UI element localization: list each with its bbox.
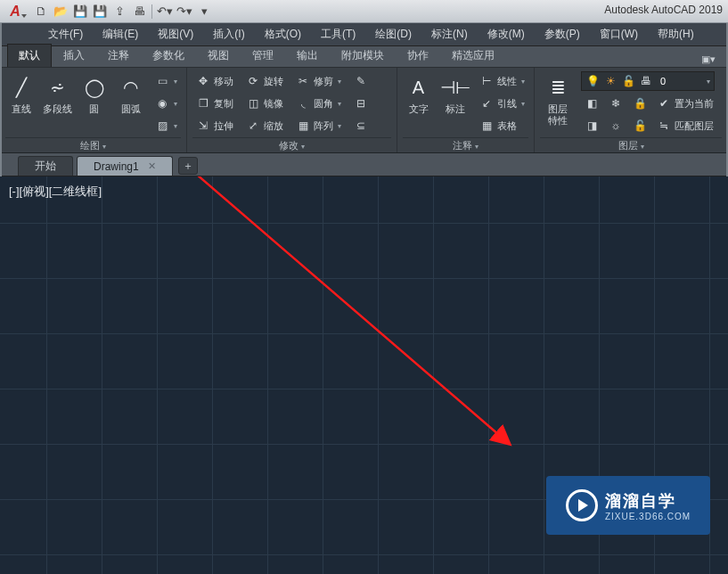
layer-off-icon: ◨ (585, 119, 599, 133)
qat-new-icon[interactable]: 🗋 (32, 3, 50, 20)
ribbon-tab-output[interactable]: 输出 (285, 44, 330, 67)
explode-icon: ⊟ (354, 96, 368, 111)
close-tab-icon[interactable]: ✕ (148, 160, 156, 172)
ellipse-button[interactable]: ◉▾ (151, 94, 181, 113)
line-button[interactable]: ╱ 直线 (5, 71, 37, 115)
menu-tools[interactable]: 工具(T) (312, 23, 364, 45)
add-tab-button[interactable]: ＋ (178, 157, 198, 175)
set-current-button[interactable]: ✔置为当前 (653, 94, 717, 113)
array-label: 阵列 (314, 119, 333, 133)
layer-iso-button[interactable]: ◧ (581, 94, 602, 113)
fillet-button[interactable]: ◟圆角▾ (292, 94, 345, 113)
match-layer-button[interactable]: ≒匹配图层 (653, 116, 717, 135)
menu-window[interactable]: 窗口(W) (591, 23, 647, 45)
menu-file[interactable]: 文件(F) (39, 23, 92, 45)
move-button[interactable]: ✥移动 (192, 71, 237, 91)
polyline-button[interactable]: ⩫ 多段线 (42, 71, 73, 115)
panel-layers-title[interactable]: 图层 (540, 137, 722, 152)
menu-parametric[interactable]: 参数(P) (536, 23, 589, 45)
menu-edit[interactable]: 编辑(E) (94, 23, 147, 45)
rect-icon: ▭ (155, 74, 169, 88)
arc-button[interactable]: ◠ 圆弧 (115, 71, 146, 115)
rect-button[interactable]: ▭▾ (151, 71, 181, 91)
qat-cloud-icon[interactable]: ⇪ (110, 3, 128, 20)
text-button[interactable]: A 文字 (403, 71, 434, 115)
doc-tab-drawing1-label: Drawing1 (94, 160, 139, 173)
quick-access-toolbar: 🗋 📂 💾 💾 ⇪ 🖶 ↶▾ ↷▾ ▾ (32, 3, 213, 20)
qat-redo-icon[interactable]: ↷▾ (176, 3, 193, 20)
circle-button[interactable]: ◯ 圆 (78, 71, 110, 115)
hatch-button[interactable]: ▨▾ (151, 116, 181, 135)
offset-icon: ⊆ (354, 119, 368, 133)
hatch-icon: ▨ (155, 119, 169, 133)
stretch-button[interactable]: ⇲拉伸 (192, 116, 237, 135)
trim-label: 修剪 (314, 75, 333, 88)
offset-button[interactable]: ⊆ (350, 116, 372, 135)
table-button[interactable]: ▦表格 (476, 116, 528, 135)
dimension-button[interactable]: ⊣⊢ 标注 (439, 71, 470, 115)
ribbon-tab-featured[interactable]: 精选应用 (440, 44, 506, 67)
menu-view[interactable]: 视图(V) (149, 23, 202, 45)
doc-tab-start[interactable]: 开始 (18, 156, 73, 176)
titlebar: A 🗋 📂 💾 💾 ⇪ 🖶 ↶▾ ↷▾ ▾ Autodesk AutoCAD 2… (0, 0, 728, 23)
qat-saveas-icon[interactable]: 💾 (91, 3, 109, 20)
layer-freeze-button[interactable]: ❄ (605, 94, 626, 113)
qat-open-icon[interactable]: 📂 (52, 3, 70, 20)
explode-button[interactable]: ⊟ (350, 94, 372, 113)
ribbon-tab-parametric[interactable]: 参数化 (141, 44, 196, 67)
panel-modify-title[interactable]: 修改 (192, 137, 391, 152)
panel-draw-title[interactable]: 绘图 (5, 137, 181, 152)
layer-lock-icon: 🔒 (633, 96, 647, 111)
ribbon-tab-addins[interactable]: 附加模块 (330, 44, 396, 67)
ribbon-tab-insert[interactable]: 插入 (52, 44, 96, 67)
leader-button[interactable]: ↙引线▾ (476, 94, 528, 113)
menu-format[interactable]: 格式(O) (256, 23, 310, 45)
ribbon-tab-default[interactable]: 默认 (7, 44, 52, 67)
erase-button[interactable]: ✎ (350, 71, 372, 91)
svg-line-0 (23, 176, 499, 435)
panel-draw: ╱ 直线 ⩫ 多段线 ◯ 圆 ◠ 圆弧 ▭▾ ◉▾ ▨▾ 绘图 (0, 68, 187, 152)
lock-icon: 🔓 (621, 74, 635, 88)
play-icon (566, 489, 598, 521)
drawing-canvas[interactable]: [-][俯视][二维线框] 溜溜自学 ZIXUE.3D66.COM (0, 176, 728, 574)
qat-save-icon[interactable]: 💾 (71, 3, 89, 20)
layer-properties-button[interactable]: ≣ 图层 特性 (540, 71, 576, 127)
ribbon-collapse-button[interactable]: ▣▾ (696, 52, 721, 67)
qat-undo-icon[interactable]: ↶▾ (156, 3, 174, 20)
menu-help[interactable]: 帮助(H) (649, 23, 703, 45)
linear-button[interactable]: ⊢线性▾ (476, 71, 528, 91)
ribbon-tab-annotate[interactable]: 注释 (96, 44, 141, 67)
erase-icon: ✎ (354, 74, 368, 88)
ribbon-tab-manage[interactable]: 管理 (241, 44, 285, 67)
menu-modify[interactable]: 修改(M) (479, 23, 534, 45)
layer-freeze-icon: ❄ (609, 96, 623, 111)
menu-dimension[interactable]: 标注(N) (422, 23, 477, 45)
layer-unlock-icon: 🔓 (633, 119, 647, 133)
menu-draw[interactable]: 绘图(D) (366, 23, 421, 45)
fillet-label: 圆角 (314, 97, 333, 111)
layer-selector[interactable]: 💡 ☀ 🔓 🖶 0 ▾ (581, 71, 715, 91)
ribbon-tab-view[interactable]: 视图 (196, 44, 241, 67)
copy-button[interactable]: ❐复制 (192, 94, 237, 113)
menu-insert[interactable]: 插入(I) (204, 23, 253, 45)
ribbon-tab-collab[interactable]: 协作 (396, 44, 440, 67)
mirror-button[interactable]: ◫镜像 (242, 94, 287, 113)
layer-unlock-button[interactable]: 🔓 (629, 116, 650, 135)
layer-thaw-button[interactable]: ☼ (605, 116, 626, 135)
rotate-button[interactable]: ⟳旋转 (242, 71, 287, 91)
qat-plot-icon[interactable]: 🖶 (130, 3, 148, 20)
layer-off-button[interactable]: ◨ (581, 116, 602, 135)
layer-iso-icon: ◧ (585, 96, 599, 111)
doc-tab-drawing1[interactable]: Drawing1 ✕ (77, 156, 173, 176)
trim-button[interactable]: ✂修剪▾ (292, 71, 345, 91)
viewport-label[interactable]: [-][俯视][二维线框] (9, 184, 102, 200)
table-icon: ▦ (479, 119, 494, 133)
stretch-label: 拉伸 (214, 119, 233, 133)
set-current-label: 置为当前 (675, 97, 714, 111)
panel-annotation-title[interactable]: 注释 (403, 137, 528, 152)
app-menu-button[interactable]: A (2, 2, 29, 21)
qat-dropdown-icon[interactable]: ▾ (195, 3, 213, 20)
array-button[interactable]: ▦阵列▾ (292, 116, 345, 135)
layer-lock-button[interactable]: 🔒 (629, 94, 650, 113)
scale-button[interactable]: ⤢缩放 (242, 116, 287, 135)
